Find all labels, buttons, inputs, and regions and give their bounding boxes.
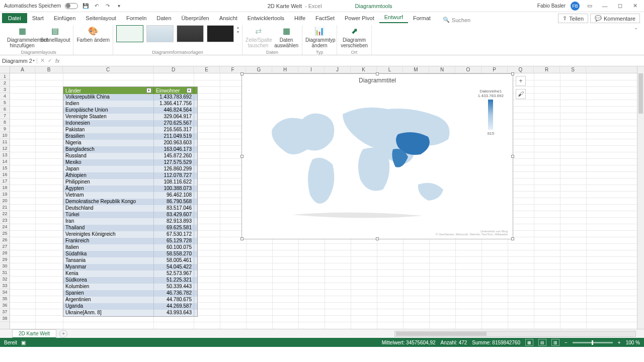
cell-country[interactable]: Myanmar [63,264,154,270]
cell-population[interactable]: 126.860.299 [154,166,194,172]
zoom-out-icon[interactable]: − [565,340,568,345]
cell-population[interactable]: 58.558.270 [154,251,194,257]
cell-population[interactable]: 1.366.417.756 [154,101,194,107]
row-header-6[interactable]: 6 [0,106,10,113]
row-header-3[interactable]: 3 [0,86,10,93]
chart-style-2[interactable] [146,25,174,42]
save-icon[interactable]: 💾 [82,3,89,10]
row-header-8[interactable]: 8 [0,119,10,126]
horizontal-scrollbar[interactable] [394,331,636,337]
share-button[interactable]: ⇪Teilen [558,14,588,23]
table-row[interactable]: Europäische Union446.824.564 [63,107,197,114]
row-header-34[interactable]: 34 [0,289,10,296]
table-row[interactable]: Vereinigtes Königreich67.530.172 [63,231,197,238]
add-chart-element-button[interactable]: ▦Diagrammelement hinzufügen [7,25,37,48]
cell-population[interactable]: 100.388.073 [154,186,194,192]
cell-country[interactable]: Kenia [63,270,154,277]
tab-formeln[interactable]: Formeln [121,13,151,23]
tab-start[interactable]: Start [27,13,49,23]
col-header-I[interactable]: I [298,66,325,73]
table-row[interactable]: Italien60.100.075 [63,244,197,251]
row-header-28[interactable]: 28 [0,250,10,256]
table-row[interactable]: Iran82.913.893 [63,218,197,225]
search-label[interactable]: Suchen [452,17,470,23]
view-page-layout-icon[interactable]: ▤ [538,339,546,346]
row-header-15[interactable]: 15 [0,165,10,171]
cell-population[interactable]: 44.269.587 [154,303,194,310]
table-row[interactable]: Frankreich65.129.728 [63,238,197,244]
cell-population[interactable]: 46.736.782 [154,290,194,297]
maximize-icon[interactable]: ◻ [615,1,625,11]
col-header-N[interactable]: N [429,66,455,73]
tab-power pivot[interactable]: Power Pivot [340,13,379,23]
tab-hilfe[interactable]: Hilfe [289,13,310,23]
row-header-26[interactable]: 26 [0,237,10,243]
cell-country[interactable]: Tansania [63,257,154,264]
collapse-ribbon-icon[interactable]: ⌃ [632,25,640,55]
table-header-country[interactable]: Länder▾ [63,87,154,94]
chart-style-1[interactable] [116,25,143,42]
chart-style-4[interactable] [207,25,234,42]
row-header-24[interactable]: 24 [0,224,10,230]
cell-population[interactable]: 83.429.607 [154,212,194,218]
cell-country[interactable]: Philippinen [63,179,154,186]
cell-country[interactable]: Iran [63,218,154,225]
cell-population[interactable]: 52.573.967 [154,270,194,277]
close-icon[interactable]: ✕ [630,1,640,11]
table-row[interactable]: Thailand69.625.581 [63,225,197,231]
tab-file[interactable]: Datei [2,13,27,23]
cell-country[interactable]: Bangladesch [63,146,154,153]
col-header-G[interactable]: G [246,66,272,73]
cell-population[interactable]: 67.530.172 [154,231,194,238]
cell-population[interactable]: 211.049.519 [154,133,194,140]
cell-population[interactable]: 43.993.643 [154,310,194,316]
cell-country[interactable]: Indien [63,101,154,107]
row-header-35[interactable]: 35 [0,296,10,302]
chart-title[interactable]: Diagrammtitel [242,77,513,84]
autosave-toggle[interactable] [65,3,78,9]
comments-button[interactable]: 💬Kommentare [590,14,640,23]
cell-country[interactable]: Indonesien [63,120,154,127]
cell-country[interactable]: Äthiopien [63,172,154,179]
table-row[interactable]: Kenia52.573.967 [63,270,197,277]
col-header-P[interactable]: P [481,66,508,73]
cell-population[interactable]: 145.872.260 [154,153,194,159]
minimize-icon[interactable]: — [600,1,610,11]
cell-population[interactable]: 96.462.108 [154,192,194,199]
table-row[interactable]: Philippinen108.116.622 [63,179,197,186]
cell-country[interactable]: Kolumbien [63,284,154,290]
table-row[interactable]: Tansania58.005.461 [63,257,197,264]
cell-country[interactable]: Mexiko [63,159,154,166]
tab-daten[interactable]: Daten [151,13,176,23]
cell-population[interactable]: 200.963.603 [154,140,194,146]
zoom-in-icon[interactable]: + [618,340,621,345]
col-header-B[interactable]: B [35,66,63,73]
cell-country[interactable]: Ukraine[Anm. 8] [63,310,154,316]
table-row[interactable]: Pakistan216.565.317 [63,127,197,133]
styles-more-icon[interactable]: ▴▾ [237,25,239,34]
col-header-O[interactable]: O [455,66,481,73]
col-header-H[interactable]: H [272,66,298,73]
cell-population[interactable]: 69.625.581 [154,225,194,231]
row-header-25[interactable]: 25 [0,230,10,237]
row-header-18[interactable]: 18 [0,185,10,191]
col-header-A[interactable]: A [10,66,35,73]
cell-population[interactable]: 50.339.443 [154,284,194,290]
quick-layout-button[interactable]: ▤Schnelllayout [40,25,70,43]
col-header-M[interactable]: M [403,66,429,73]
row-header-38[interactable]: 38 [0,315,10,322]
undo-icon[interactable]: ↶ [93,3,100,10]
cell-population[interactable]: 112.078.727 [154,172,194,179]
redo-icon[interactable]: ↷ [104,3,111,10]
table-row[interactable]: Spanien46.736.782 [63,290,197,297]
table-row[interactable]: Bangladesch163.046.173 [63,146,197,153]
col-header-E[interactable]: E [194,66,220,73]
name-box[interactable]: Diagramm 2▾ [0,58,37,64]
col-header-R[interactable]: R [534,66,560,73]
vertical-scrollbar[interactable] [637,66,644,329]
cell-population[interactable]: 446.824.564 [154,107,194,114]
cell-population[interactable]: 83.517.046 [154,205,194,212]
table-row[interactable]: Volksrepublik China1.433.783.692 [63,94,197,101]
cell-population[interactable]: 270.625.567 [154,120,194,127]
col-header-L[interactable]: L [377,66,403,73]
